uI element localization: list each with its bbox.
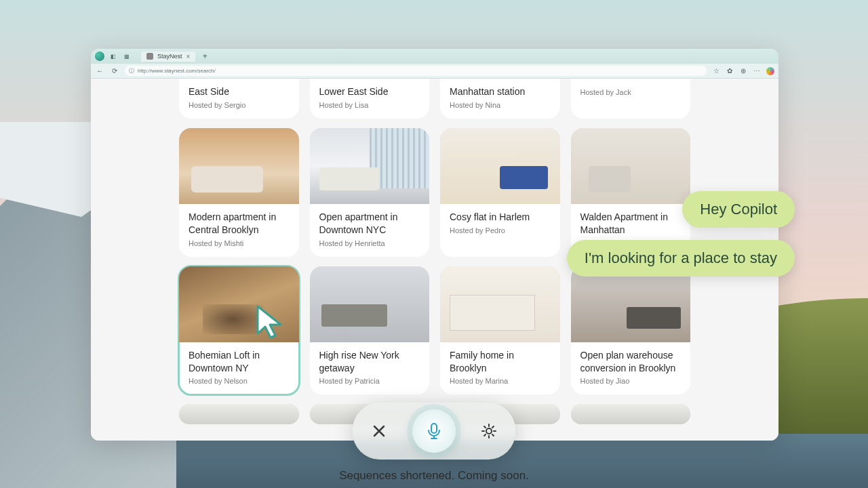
extensions-icon[interactable]: ✿ [726, 67, 734, 75]
listing-card[interactable] [571, 404, 691, 424]
site-info-icon[interactable]: ⓘ [129, 67, 134, 75]
listing-host: Hosted by Nina [450, 101, 551, 109]
listing-host: Hosted by Jack [580, 88, 682, 96]
listing-title: Bohemian Loft in Downtown NY [189, 349, 290, 375]
listing-title: Modern apartment in Central Brooklyn [189, 211, 290, 237]
listing-card[interactable]: Cosy flat in Harlem Hosted by Pedro [440, 128, 560, 257]
microphone-button[interactable] [412, 409, 456, 453]
back-button[interactable]: ← [95, 66, 104, 76]
listing-host: Hosted by Sergio [189, 101, 290, 109]
listing-host: Hosted by Jiao [580, 377, 682, 385]
listing-title: Family home in Brooklyn [450, 349, 551, 375]
listing-card[interactable]: Open apartment in Downtown NYC Hosted by… [310, 128, 430, 257]
listing-card[interactable]: Modern apartment in Central Brooklyn Hos… [179, 128, 299, 257]
listing-title: High rise New York getaway [319, 349, 420, 375]
url-field[interactable]: ⓘ http://www.staynest.com/search/ [125, 66, 707, 76]
listing-card[interactable]: Manhattan station Hosted by Nina [440, 79, 560, 119]
disclaimer-text: Sequences shortened. Coming soon. [339, 469, 529, 483]
tab-favicon-icon [146, 53, 153, 60]
refresh-button[interactable]: ⟳ [110, 66, 119, 76]
listing-title: East Side [189, 85, 290, 98]
listing-host: Hosted by Pedro [450, 226, 551, 235]
listing-host: Hosted by Lisa [319, 101, 420, 109]
edge-logo-icon [95, 52, 104, 61]
microphone-icon [425, 422, 443, 441]
tab-strip: ◧ ▦ StayNest × + [91, 49, 778, 64]
listing-title: Cosy flat in Harlem [450, 211, 551, 224]
copilot-toolbar [353, 403, 515, 460]
favorite-icon[interactable]: ☆ [712, 67, 720, 75]
copilot-speech-bubbles: Hey Copilot I'm looking for a place to s… [567, 191, 795, 277]
listing-title: Lower East Side [319, 85, 420, 98]
menu-icon[interactable]: ⋯ [753, 67, 761, 75]
listing-title: Open plan warehouse conversion in Brookl… [580, 349, 682, 375]
listing-host: Hosted by Marina [450, 377, 551, 385]
gear-icon [480, 422, 498, 440]
listing-card[interactable]: East Side Hosted by Sergio [179, 79, 299, 119]
listing-card[interactable]: Family home in Brooklyn Hosted by Marina [440, 266, 560, 395]
speech-bubble: I'm looking for a place to stay [567, 240, 795, 277]
close-button[interactable] [363, 415, 395, 447]
tab-actions-icon[interactable]: ▦ [122, 52, 132, 61]
browser-tab[interactable]: StayNest × [141, 52, 195, 62]
workspaces-icon[interactable]: ◧ [108, 52, 118, 61]
new-tab-button[interactable]: + [199, 51, 210, 62]
listing-host: Hosted by Patricia [319, 377, 420, 385]
listing-host: Hosted by Mishti [189, 239, 290, 247]
listing-card[interactable]: Hosted by Jack [571, 79, 691, 119]
listing-host: Hosted by Henrietta [319, 239, 420, 247]
listing-title: Manhattan station [450, 85, 551, 98]
listing-card-highlighted[interactable]: Bohemian Loft in Downtown NY Hosted by N… [179, 266, 299, 395]
speech-bubble: Hey Copilot [682, 191, 795, 228]
tab-title: StayNest [157, 53, 182, 60]
listing-card[interactable]: High rise New York getaway Hosted by Pat… [310, 266, 430, 395]
tab-close-icon[interactable]: × [186, 53, 191, 60]
address-bar: ← ⟳ ⓘ http://www.staynest.com/search/ ☆ … [91, 64, 778, 79]
listing-title: Open apartment in Downtown NYC [319, 211, 420, 237]
listing-card[interactable]: Lower East Side Hosted by Lisa [310, 79, 430, 119]
url-text: http://www.staynest.com/search/ [138, 68, 216, 74]
listing-card[interactable] [179, 404, 299, 424]
svg-rect-0 [431, 424, 437, 433]
copilot-icon[interactable] [766, 67, 774, 75]
svg-point-1 [486, 428, 492, 434]
settings-button[interactable] [473, 415, 505, 447]
listing-card[interactable]: Open plan warehouse conversion in Brookl… [571, 266, 691, 395]
listing-host: Hosted by Nelson [189, 377, 290, 385]
collections-icon[interactable]: ⊕ [739, 67, 747, 75]
